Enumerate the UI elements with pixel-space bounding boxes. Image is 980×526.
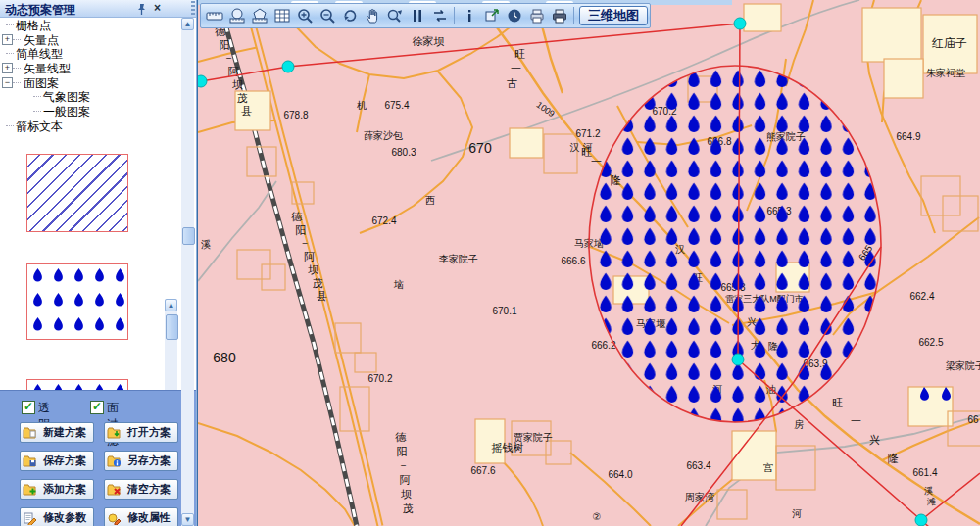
collapse-icon[interactable]: − <box>2 77 13 88</box>
application-window: 徐家坝红庙子朱家祠堂678.8机675.4薛家沙包680.3670671.267… <box>0 0 980 526</box>
tree-item-1[interactable]: +矢量点 <box>0 32 180 47</box>
button-label: 另存方案 <box>122 454 175 468</box>
export-icon <box>483 7 501 24</box>
pattern-swatch-hatch[interactable] <box>26 154 128 232</box>
scroll-down-icon[interactable]: ▼ <box>181 513 194 526</box>
panel-header: 动态预案管理 × <box>0 0 196 18</box>
clear-plan-button[interactable]: 清空方案 <box>104 479 178 500</box>
map-label: 680.3 <box>391 147 416 158</box>
modify-params-button[interactable]: 修改参数 <box>20 507 94 526</box>
toolbar-button-zoom-window[interactable] <box>383 6 406 26</box>
tree-item-label: 箭标文本 <box>16 119 63 135</box>
toolbar-button-grid[interactable] <box>270 6 293 26</box>
pattern-list: ▲ ▼ <box>0 147 181 390</box>
checkbox-check-icon[interactable]: ✓ <box>90 401 104 414</box>
panel-scrollbar[interactable]: ▲ ▼ <box>181 18 194 526</box>
map-label: 670 <box>468 140 492 156</box>
print-preview-icon <box>528 7 546 24</box>
panel-title: 动态预案管理 <box>5 2 75 19</box>
map-label: 梁家院子 <box>946 360 980 371</box>
tree-item-3[interactable]: +矢量线型 <box>0 61 180 75</box>
measure-polygon-icon <box>251 7 269 24</box>
saveas-plan-button[interactable]: 另存方案 <box>104 451 178 471</box>
button-label: 新建方案 <box>38 425 91 440</box>
tree-item-5[interactable]: 气象图案 <box>0 89 180 104</box>
map-label: 661.4 <box>912 467 937 478</box>
close-icon[interactable]: × <box>151 2 164 15</box>
map-label: 664.0 <box>608 469 632 480</box>
toolbar-button-zoom-in[interactable] <box>293 6 316 26</box>
info-icon <box>461 7 478 24</box>
add-plan-icon <box>23 483 36 497</box>
map-label: 664.9 <box>896 131 920 142</box>
map-label: 李家院子 <box>439 254 478 264</box>
scroll-up-icon[interactable]: ▲ <box>181 18 194 30</box>
map-area[interactable]: 徐家坝红庙子朱家祠堂678.8机675.4薛家沙包680.3670671.267… <box>196 0 980 526</box>
map-3d-button[interactable]: 三维地图 <box>579 6 648 25</box>
open-plan-button[interactable]: 打开方案 <box>104 422 178 443</box>
toolbar-button-pan[interactable] <box>361 6 383 26</box>
toolbar-button-previous-view[interactable] <box>338 6 361 26</box>
toolbar-button-pause[interactable] <box>406 6 428 26</box>
pattern-swatch-raindrop[interactable] <box>26 263 128 340</box>
tree-item-4[interactable]: −面图案 <box>0 75 180 90</box>
map-label: 摇钱树 <box>492 442 524 454</box>
map-label: 667.6 <box>470 465 495 476</box>
map-label: 666.6 <box>561 256 585 266</box>
toolbar-button-print[interactable] <box>548 6 570 26</box>
button-label: 修改参数 <box>38 510 91 525</box>
button-label: 修改属性 <box>122 510 175 525</box>
tree-item-7[interactable]: 箭标文本 <box>0 119 180 133</box>
map-label: 672.4 <box>371 215 396 226</box>
swap-arrows-icon <box>431 7 449 24</box>
toolbar-button-info[interactable] <box>458 6 480 26</box>
toolbar-button-measure-polygon[interactable] <box>248 6 270 26</box>
add-plan-button[interactable]: 添加方案 <box>20 479 94 500</box>
pattern-list-scrollbar[interactable]: ▲ ▼ <box>165 299 177 390</box>
map-label: 宫 <box>763 462 773 473</box>
pattern-swatch-raindrop-2[interactable] <box>26 379 128 390</box>
toolbar-button-print-preview[interactable] <box>525 6 548 26</box>
map-label: ② <box>593 511 602 522</box>
expand-icon[interactable]: + <box>2 63 13 73</box>
toolbar-button-export[interactable] <box>480 6 503 26</box>
map-label: 678.8 <box>283 110 308 120</box>
expand-icon[interactable]: + <box>2 34 13 45</box>
scroll-up-icon[interactable]: ▲ <box>165 299 177 311</box>
save-plan-button[interactable]: 保存方案 <box>20 451 94 471</box>
ruler-icon <box>206 7 223 24</box>
panel-grip-handle[interactable] <box>191 1 195 16</box>
saveas-plan-icon <box>107 454 121 468</box>
map-label: 662.5 <box>918 337 943 348</box>
toolbar-separator <box>454 7 455 24</box>
print-icon <box>551 7 568 24</box>
checkbox-check-icon[interactable]: ✓ <box>22 401 35 414</box>
zoom-in-icon <box>296 7 314 24</box>
pin-icon[interactable] <box>135 2 148 15</box>
clock-icon <box>506 7 523 24</box>
map-label: 垴 <box>393 279 404 290</box>
toolbar-button-measure-circle[interactable] <box>225 6 248 26</box>
toolbar-button-ruler[interactable] <box>203 6 225 26</box>
measure-circle-icon <box>228 7 246 24</box>
button-label: 打开方案 <box>122 425 175 440</box>
tree-item-0[interactable]: 栅格点 <box>0 18 180 32</box>
map-label: 680 <box>213 350 236 365</box>
map-toolbar: 三维地图 <box>200 3 651 28</box>
toolbar-button-clock[interactable] <box>503 6 525 26</box>
save-plan-icon <box>23 454 36 468</box>
modify-params-icon <box>23 511 36 525</box>
map-label: 670.1 <box>492 306 516 316</box>
tree-item-2[interactable]: 简单线型 <box>0 46 180 61</box>
toolbar-button-swap-arrows[interactable] <box>428 6 451 26</box>
clear-plan-icon <box>107 483 121 497</box>
tree-item-6[interactable]: 一般图案 <box>0 104 180 119</box>
toolbar-button-zoom-out[interactable] <box>316 6 338 26</box>
new-plan-button[interactable]: 新建方案 <box>20 422 94 443</box>
map-label: 红庙子 <box>931 36 967 50</box>
layer-tree: 栅格点+矢量点简单线型+矢量线型−面图案气象图案一般图案箭标文本 <box>0 18 180 147</box>
modify-props-button[interactable]: 修改属性 <box>104 507 178 526</box>
previous-view-icon <box>341 7 359 24</box>
map-canvas[interactable]: 徐家坝红庙子朱家祠堂678.8机675.4薛家沙包680.3670671.267… <box>198 0 980 526</box>
map-label: 徐家坝 <box>413 35 445 47</box>
